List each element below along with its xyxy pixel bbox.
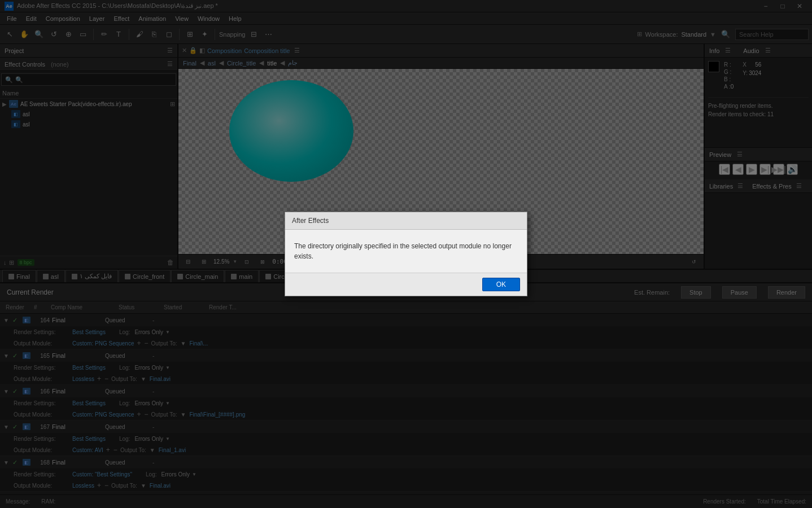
dialog-title-bar: After Effects [285,212,527,230]
dialog-title: After Effects [292,217,329,225]
dialog-overlay: After Effects The directory originally s… [0,0,812,508]
dialog-footer: OK [285,273,527,296]
dialog-ok-button[interactable]: OK [482,278,520,291]
dialog-box: After Effects The directory originally s… [285,212,527,296]
dialog-body: The directory originally specified in th… [285,230,527,273]
dialog-message: The directory originally specified in th… [294,242,512,260]
